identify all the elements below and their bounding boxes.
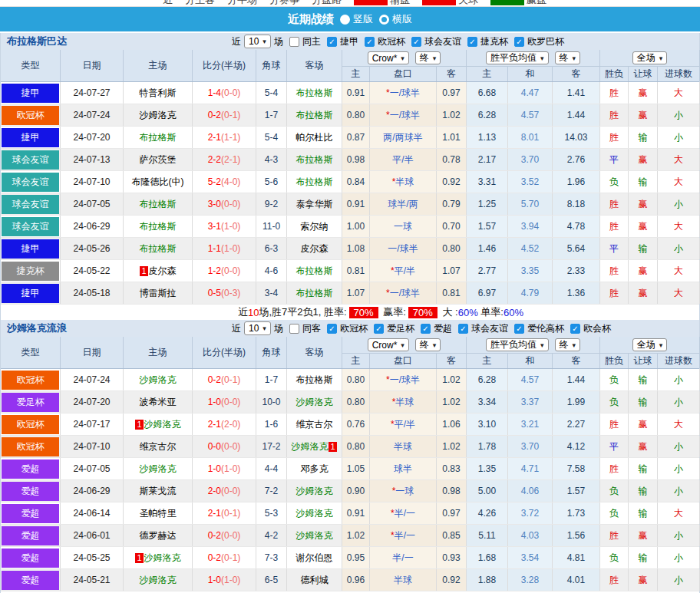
home-team-cell: 1沙姆洛克 [124,547,193,568]
avg-draw-cell: 8.01 [508,127,553,148]
legend-fragment: 分主客 [185,0,215,7]
avg-away-value: 1.44 [567,374,585,385]
avg-away-cell: 1.36 [553,282,600,304]
date-cell: 24-06-29 [61,480,124,502]
league-checkbox[interactable]: ✓ [467,37,477,47]
home-team-name: 皮尔森 [149,265,177,278]
goals-result-cell: 大 [658,82,700,104]
goals-result-cell: 小 [658,458,700,479]
column-subheader-odds_away: 客 [437,67,467,81]
league-badge: 捷甲 [2,284,59,303]
odds-final-select[interactable]: 终▾ [415,51,441,64]
asian-result-cell: 赢 [629,82,658,104]
league-checkbox[interactable]: ✓ [458,324,468,334]
league-checkbox[interactable]: ✓ [365,37,375,47]
odds-away-value: 0.79 [442,199,460,209]
league-checkbox[interactable]: ✓ [570,324,580,334]
league-checkbox[interactable]: ✓ [514,37,524,47]
avg-source-select[interactable]: 胜平负均值▾ [486,51,549,64]
vertical-layout-label: 竖版 [353,12,373,26]
league-checkbox[interactable]: ✓ [514,324,524,334]
fulltime-score: 1-2 [208,265,221,276]
recent-count-select[interactable]: 10▾ [244,321,271,335]
team-name-title: 布拉格斯巴达 [1,35,231,48]
avg-draw-cell: 3.70 [508,149,553,170]
league-type-cell: 爱超 [1,502,61,524]
handicap-cell: 一球 [370,216,437,237]
away-team-cell: 沙姆洛克 [287,502,342,524]
avg-home-cell: 1.57 [467,216,508,237]
handicap-line: 一/球半 [390,374,420,387]
result-cell-value: 胜 [609,87,619,100]
date-cell: 24-07-24 [61,369,124,390]
league-badge: 球会友谊 [2,150,59,170]
result-cell-value: 胜 [609,220,619,233]
home-team-cell: 德罗赫达 [124,525,193,546]
scope-select[interactable]: 全场▾ [632,51,668,64]
fulltime-score: 2-1 [208,132,221,143]
league-type-cell: 球会友谊 [1,149,61,170]
home-team-name: 布拉格斯 [140,198,177,211]
league-type-cell: 爱超 [1,525,61,546]
avg-source-select[interactable]: 胜平负均值▾ [486,338,549,351]
odds-source-select[interactable]: Crow*▾ [368,338,409,351]
avg-home-value: 1.35 [478,463,496,474]
odds-final-select[interactable]: 终▾ [415,338,441,351]
date-cell: 24-07-05 [61,458,124,479]
league-checkbox[interactable]: ✓ [421,324,431,334]
asian-result-cell-value: 赢 [639,198,648,211]
recent-count-select[interactable]: 10▾ [244,35,271,48]
league-badge: 捷甲 [2,84,59,103]
league-checkbox[interactable]: ✓ [374,324,384,334]
table-row: 捷克杯24-05-221皮尔森1-2(0-0)4-6布拉格斯0.81*平/半1.… [1,260,699,282]
league-badge: 捷甲 [2,239,59,259]
column-header-away: 客场 [287,50,342,81]
avg-final-select[interactable]: 终▾ [555,51,581,64]
fulltime-score: 2-2 [208,154,221,165]
league-checkbox[interactable]: ✓ [327,324,337,334]
avg-draw-value: 4.57 [521,110,539,120]
same-venue-checkbox[interactable] [289,324,299,334]
corners-cell: 5-6 [256,171,287,193]
same-venue-label: 同客 [302,322,321,335]
recent-label: 近 [232,35,241,48]
table-row: 球会友谊24-07-05布拉格斯3-0(0-0)9-2泰拿华斯0.91球半/两0… [1,193,699,216]
away-team-cell: 布拉格斯 [287,149,342,170]
corners-cell: 6-3 [256,238,287,259]
date-cell: 24-05-18 [61,282,124,304]
odds-home-cell: 0.98 [342,149,370,170]
league-checkbox[interactable]: ✓ [411,37,421,47]
layout-option-vertical[interactable]: 竖版 [340,12,373,26]
halftime-score: (0-3) [221,288,240,298]
result-cell-value: 平 [609,242,619,255]
odds-home-value: 1.05 [347,463,365,474]
result-cell-value: 胜 [609,574,619,587]
result-cell: 胜 [600,104,629,126]
home-team-cell: 沙姆洛克 [124,569,193,591]
league-checkbox[interactable]: ✓ [327,37,337,47]
horizontal-layout-radio[interactable] [379,15,389,25]
score-cell: 0-2(0-1) [193,547,256,568]
avg-final-select-value: 终 [560,51,569,64]
match-rows: 欧冠杯24-07-24沙姆洛克0-2(0-1)1-7布拉格斯0.80*一/球半1… [1,369,699,591]
away-team-cell: 沙姆洛克 [287,525,342,546]
goals-result-cell-value: 小 [674,109,683,122]
home-team-name: 布拉格斯 [140,131,177,144]
corners-cell: 5-3 [256,502,287,524]
handicap-cell: 半球 [370,436,437,457]
odds-away-value: 0.98 [442,486,460,496]
recent-summary: 近10场,胜7平2负1, 胜率:70% 赢率:70% 大 :60% 单率:60% [1,305,699,320]
layout-option-horizontal[interactable]: 横版 [379,12,412,26]
odds-source-select[interactable]: Crow*▾ [368,51,409,64]
goals-result-cell-value: 大 [674,87,683,100]
avg-final-select[interactable]: 终▾ [555,338,581,351]
odds-away-cell: 0.93 [437,547,467,568]
vertical-layout-radio[interactable] [340,15,350,25]
corners-cell: 4-4 [256,458,287,479]
home-team-cell: 博雷斯拉 [124,282,193,304]
same-venue-checkbox[interactable] [289,37,299,47]
goals-result-cell: 大 [658,502,700,524]
scope-select[interactable]: 全场▾ [632,338,668,351]
handicap-cell: *一/球半 [370,82,437,104]
handicap-cell: 一/球半 [370,238,437,259]
